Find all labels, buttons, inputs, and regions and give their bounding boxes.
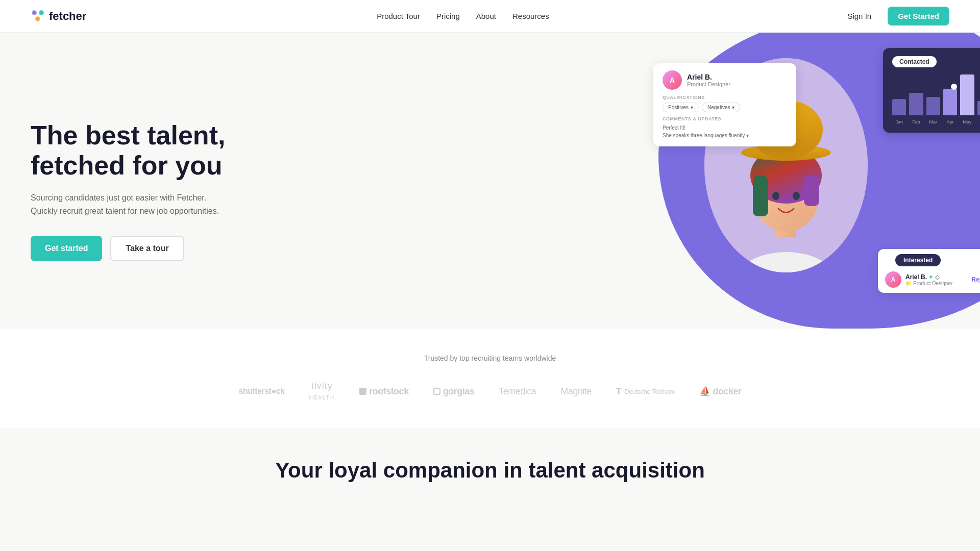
verified-icon: ✦ — [928, 274, 933, 280]
logo-temedica: Temedica — [499, 386, 536, 397]
logos-row: shutterst●ck tivityHEALTH roofstock gorg… — [31, 381, 949, 402]
reply-info: Ariel B. ✦ ◇ 📁 Product Designer — [905, 273, 967, 286]
folder-icon: 📁 — [905, 281, 912, 286]
diamond-icon: ◇ — [935, 274, 939, 280]
chart-bars — [892, 74, 980, 115]
bar-may — [960, 74, 974, 115]
sign-in-button[interactable]: Sign In — [839, 8, 879, 24]
take-tour-button[interactable]: Take a tour — [110, 236, 184, 261]
cursor-dot — [951, 84, 957, 90]
hero-illustration: A Ariel B. Product Designer QUALIFICATIO… — [643, 38, 980, 323]
hero-left: The best talent, fetched for you Sourcin… — [31, 100, 490, 262]
chart-labels: Jan Feb Mar Apr May Jun — [892, 119, 980, 124]
hero-heading: The best talent, fetched for you — [31, 120, 490, 182]
get-started-nav-button[interactable]: Get Started — [888, 7, 949, 26]
logo-link[interactable]: fetcher — [31, 9, 86, 23]
svg-point-15 — [772, 192, 779, 200]
label-apr: Apr — [943, 119, 957, 124]
reply-button[interactable]: Reply — [971, 276, 980, 283]
nav-link-resources[interactable]: Resources — [512, 12, 549, 20]
bar-mar — [926, 97, 940, 115]
trusted-section: Trusted by top recruiting teams worldwid… — [0, 329, 980, 428]
logo-magnite: Magnite — [560, 386, 592, 397]
fetcher-logo-icon — [31, 9, 45, 23]
logo-shutterstock: shutterst●ck — [238, 387, 284, 396]
nav-right: Sign In Get Started — [839, 7, 949, 26]
label-jun: Jun — [977, 119, 980, 124]
comments-label: COMMENTS & UPDATES — [663, 116, 787, 121]
label-mar: Mar — [926, 119, 940, 124]
brand-name: fetcher — [49, 10, 86, 23]
card-comments: Perfect fit! She speaks three languages … — [663, 124, 787, 139]
svg-point-5 — [36, 17, 39, 20]
card-header: A Ariel B. Product Designer — [663, 70, 787, 90]
reply-name: Ariel B. ✦ ◇ — [905, 273, 967, 281]
logo-deutsche-telekom: T Deutsche Telekom — [616, 386, 675, 397]
candidate-role: Product Designer — [687, 81, 730, 87]
qualifications-badges: Positives ▾ Negatives ▾ — [663, 103, 787, 112]
bar-jan — [892, 99, 906, 115]
svg-point-3 — [33, 11, 36, 14]
nav-link-product-tour[interactable]: Product Tour — [377, 12, 420, 20]
hero-buttons: Get started Take a tour — [31, 236, 490, 261]
interested-badge-wrapper: Interested — [885, 254, 980, 271]
chart-card: Contacted Jan Feb Mar Apr May Jun — [883, 48, 980, 133]
logo-roofstock: roofstock — [359, 386, 409, 397]
svg-point-4 — [40, 11, 43, 14]
reply-avatar: A — [885, 271, 901, 288]
logo-tivity: tivityHEALTH — [309, 381, 335, 402]
hero-section: The best talent, fetched for you Sourcin… — [0, 33, 980, 329]
logo-docker: ⛵ docker — [699, 386, 742, 397]
avatar: A — [663, 70, 682, 90]
logo-gorgias: gorgias — [433, 386, 475, 397]
hero-subtext: Sourcing candidates just got easier with… — [31, 191, 225, 217]
profile-card: A Ariel B. Product Designer QUALIFICATIO… — [653, 63, 796, 146]
reply-row: A Ariel B. ✦ ◇ 📁 Product Designer Reply — [885, 271, 980, 288]
bottom-section: Your loyal companion in talent acquisiti… — [0, 428, 980, 503]
label-feb: Feb — [909, 119, 923, 124]
interested-badge: Interested — [895, 254, 941, 266]
negatives-badge[interactable]: Negatives ▾ — [702, 103, 740, 112]
bar-jun — [977, 101, 980, 115]
trusted-label: Trusted by top recruiting teams worldwid… — [31, 354, 949, 362]
contacted-badge: Contacted — [892, 56, 937, 67]
bar-feb — [909, 93, 923, 115]
svg-rect-11 — [753, 176, 768, 216]
bar-apr — [943, 89, 957, 115]
svg-point-16 — [793, 192, 800, 200]
get-started-button[interactable]: Get started — [31, 236, 102, 261]
bottom-heading: Your loyal companion in talent acquisiti… — [31, 458, 949, 483]
hero-heading-line2: fetched for you — [31, 151, 490, 181]
reply-role: 📁 Product Designer — [905, 281, 967, 286]
reply-card: Interested A Ariel B. ✦ ◇ 📁 Product Desi… — [878, 249, 980, 293]
qualifications-label: QUALIFICATIONS — [663, 95, 787, 100]
svg-rect-12 — [804, 176, 819, 206]
candidate-name: Ariel B. — [687, 73, 730, 81]
nav-links: Product Tour Pricing About Resources — [377, 12, 549, 20]
docker-whale-icon: ⛵ — [699, 386, 710, 397]
navbar: fetcher Product Tour Pricing About Resou… — [0, 0, 980, 33]
hero-heading-line1: The best talent, — [31, 120, 490, 151]
nav-link-pricing[interactable]: Pricing — [436, 12, 460, 20]
label-jan: Jan — [892, 119, 906, 124]
label-may: May — [960, 119, 974, 124]
nav-link-about[interactable]: About — [476, 12, 496, 20]
hero-right: A Ariel B. Product Designer QUALIFICATIO… — [643, 33, 980, 329]
positives-badge[interactable]: Positives ▾ — [663, 103, 699, 112]
